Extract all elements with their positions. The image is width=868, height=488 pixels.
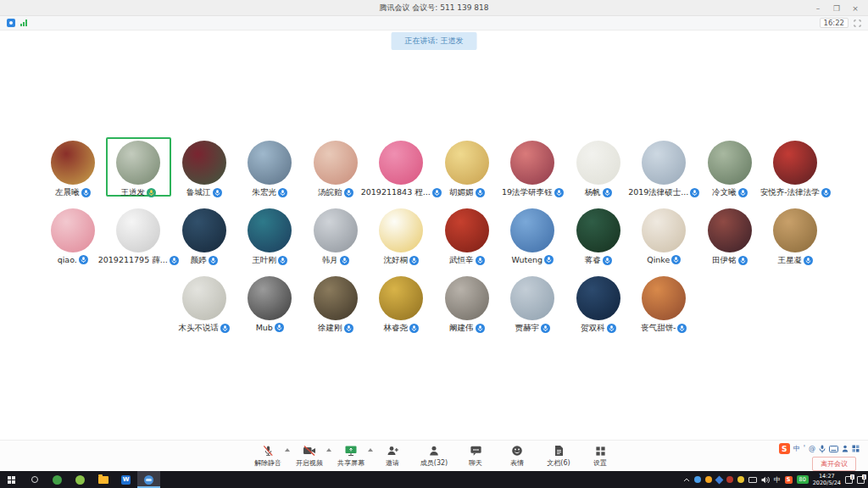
taskbar-clock[interactable]: 14:27 2020/5/24 [813,473,841,486]
sogou-puzzle-icon[interactable] [852,445,860,452]
sogou-tool-icon[interactable]: ' [804,445,805,452]
participant-tile[interactable]: Qinke [632,205,698,266]
file-explorer[interactable] [92,471,114,488]
participant-tile[interactable]: 鲁城江 [171,137,237,198]
toolbar-screen-button[interactable]: 共享屏幕 [337,445,365,468]
mic-icon [476,324,485,333]
participant-tile[interactable]: 2019211843 程... [369,137,435,198]
participant-row: qiao. 2019211795 薛... 颜婷 [0,205,868,266]
hidden-icons[interactable] [683,478,690,482]
participant-tile[interactable]: 丧气甜饼- [632,273,698,334]
participant-tile[interactable]: 田伊铭 [697,205,763,266]
participant-tile[interactable]: 王星凝 [763,205,829,266]
participant-tile[interactable]: 王道发 [106,137,172,197]
sogou-logo-icon[interactable]: S [779,443,790,454]
avatar [379,208,423,252]
app-w[interactable]: W [114,471,137,488]
red-app-icon[interactable] [726,476,733,483]
orange-app-icon[interactable] [705,476,712,483]
settings-icon [595,445,606,458]
participant-tile[interactable]: 安悦齐-法律法学 [763,137,829,198]
participant-tile[interactable]: 朱宏光 [237,137,303,198]
sogou-icon[interactable]: S [785,476,793,484]
im-icon[interactable] [694,476,701,483]
toolbar-invite-button[interactable]: 邀请 [378,445,407,468]
toolbar-docs-button[interactable]: 文档(6) [544,445,573,468]
participant-tile[interactable]: 武恒辛 [434,205,500,266]
participant-tile[interactable]: 杨帆 [565,137,632,198]
toolbar-camera-button[interactable]: 开启视频 [295,445,324,468]
display-icon[interactable] [748,477,757,483]
avatar [182,276,226,320]
participant-tile[interactable]: 蒋睿 [565,205,632,266]
mic-icon [603,188,612,197]
sogou-input-toolbar: S中'@ [779,443,860,454]
invite-icon [386,445,399,458]
shield-icon[interactable] [737,476,744,483]
toolbar-label: 共享屏幕 [337,458,364,468]
audio-status-icon [7,19,15,27]
toolbar-label: 聊天 [469,458,482,468]
toolbar-emoji-button[interactable]: 表情 [503,445,531,468]
participant-tile[interactable]: 2019法律硕士... [632,137,698,198]
participant-tile[interactable]: 林睿尧 [369,273,435,334]
toolbar-settings-button[interactable]: 设置 [586,445,615,468]
participant-tile[interactable]: 贾赫宇 [500,273,566,334]
sogou-tool-icon[interactable]: 中 [793,444,800,453]
participant-tile[interactable]: 左晨曦 [40,137,106,198]
participant-tile[interactable]: 19法学研李钰 [500,137,566,198]
emoji-icon [511,445,523,458]
participant-tile[interactable]: 徐建刚 [303,273,369,334]
toolbar-members-button[interactable]: 成员(32) [420,445,448,468]
participant-tile[interactable]: Mub [237,273,303,334]
participant-tile[interactable]: 胡媚媚 [434,137,500,198]
participant-tile[interactable]: qiao. [40,205,106,266]
avatar [445,208,489,252]
avatar [576,141,620,185]
participant-tile[interactable]: 颜婷 [171,205,237,266]
leave-meeting-button[interactable]: 离开会议 [812,457,856,471]
meeting-statusbar: 16:22 [0,16,868,30]
avatar [510,208,554,252]
ime-indicator[interactable]: 中 [774,475,781,485]
participant-tile[interactable]: 汤皖贻 [303,137,369,198]
participant-tile[interactable]: 韩月 [303,205,369,266]
minimize-button[interactable]: – [809,0,827,16]
blue-gem-icon[interactable] [716,477,722,483]
toolbar-label: 开启视频 [296,458,323,468]
start-button[interactable] [0,471,23,488]
fullscreen-icon[interactable] [854,19,861,27]
maximize-button[interactable]: ❐ [827,0,846,16]
participant-tile[interactable]: 阚建伟 [434,273,500,334]
tencent-meeting-app[interactable] [137,471,160,488]
avatar [379,141,423,185]
sogou-mic-icon[interactable] [819,445,826,453]
sogou-keyboard-icon[interactable] [829,446,838,452]
participant-tile[interactable]: 冷文曦 [697,137,763,198]
chevron-up-icon[interactable] [326,448,331,452]
toolbar-mic-button[interactable]: 解除静音 [253,445,282,468]
participant-name: qiao. [58,255,77,264]
app-browser[interactable] [69,471,92,488]
participant-tile[interactable]: 王叶刚 [237,205,303,266]
mic-icon [278,256,287,265]
search-button[interactable] [23,471,46,488]
notification-icon[interactable]: 1 [857,476,865,484]
chevron-up-icon[interactable] [285,448,290,452]
toolbar-chat-button[interactable]: 聊天 [461,445,490,468]
sogou-person-icon[interactable] [842,445,849,452]
chevron-up-icon[interactable] [368,448,373,452]
participant-tile[interactable]: 木头不说话 [171,273,237,334]
participant-tile[interactable]: 2019211795 薛... [106,205,172,266]
notes-icon[interactable]: 1 [845,476,853,484]
sogou-tool-icon[interactable]: @ [809,445,815,452]
avatar [314,208,358,252]
volume-icon[interactable] [761,476,770,484]
battery-indicator[interactable]: 80 [797,475,809,484]
participant-tile[interactable]: 沈好桐 [369,205,435,266]
mic-icon [220,324,230,333]
participant-tile[interactable]: 贺双科 [565,273,632,334]
app-green[interactable] [46,471,69,488]
close-button[interactable]: × [846,0,865,16]
participant-tile[interactable]: Wuteng [500,205,566,266]
